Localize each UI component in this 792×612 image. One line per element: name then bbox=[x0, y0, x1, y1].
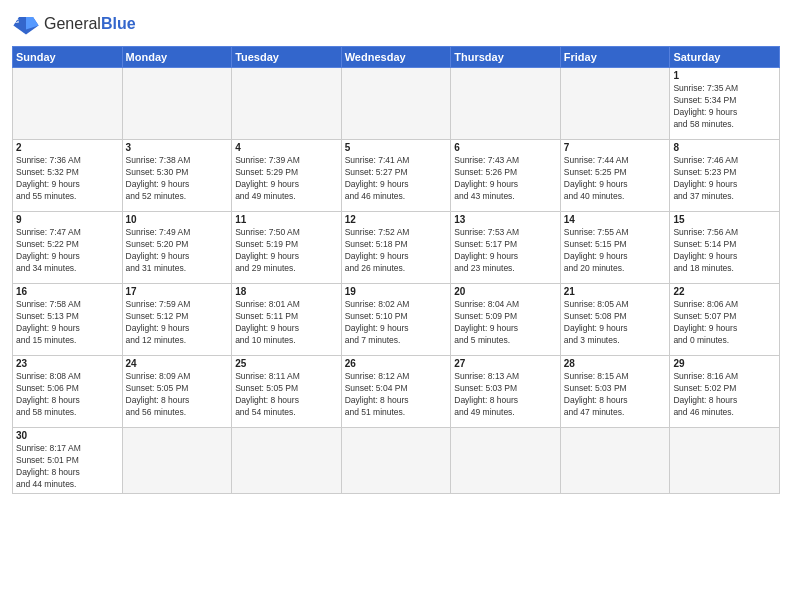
day-info: Sunrise: 7:52 AM Sunset: 5:18 PM Dayligh… bbox=[345, 227, 448, 275]
svg-text:G: G bbox=[15, 18, 19, 24]
calendar-cell bbox=[341, 428, 451, 494]
day-info: Sunrise: 7:46 AM Sunset: 5:23 PM Dayligh… bbox=[673, 155, 776, 203]
calendar-cell: 13Sunrise: 7:53 AM Sunset: 5:17 PM Dayli… bbox=[451, 212, 561, 284]
day-number: 3 bbox=[126, 142, 229, 153]
day-info: Sunrise: 8:02 AM Sunset: 5:10 PM Dayligh… bbox=[345, 299, 448, 347]
calendar-cell bbox=[122, 428, 232, 494]
calendar-week-1: 1Sunrise: 7:35 AM Sunset: 5:34 PM Daylig… bbox=[13, 68, 780, 140]
calendar-cell: 9Sunrise: 7:47 AM Sunset: 5:22 PM Daylig… bbox=[13, 212, 123, 284]
calendar-cell: 18Sunrise: 8:01 AM Sunset: 5:11 PM Dayli… bbox=[232, 284, 342, 356]
header: G GeneralBlue bbox=[12, 10, 780, 38]
calendar-cell: 21Sunrise: 8:05 AM Sunset: 5:08 PM Dayli… bbox=[560, 284, 670, 356]
calendar-cell bbox=[232, 68, 342, 140]
day-info: Sunrise: 7:50 AM Sunset: 5:19 PM Dayligh… bbox=[235, 227, 338, 275]
calendar-cell: 26Sunrise: 8:12 AM Sunset: 5:04 PM Dayli… bbox=[341, 356, 451, 428]
weekday-header-monday: Monday bbox=[122, 47, 232, 68]
calendar-cell: 2Sunrise: 7:36 AM Sunset: 5:32 PM Daylig… bbox=[13, 140, 123, 212]
calendar-cell: 27Sunrise: 8:13 AM Sunset: 5:03 PM Dayli… bbox=[451, 356, 561, 428]
calendar-cell: 12Sunrise: 7:52 AM Sunset: 5:18 PM Dayli… bbox=[341, 212, 451, 284]
calendar-week-6: 30Sunrise: 8:17 AM Sunset: 5:01 PM Dayli… bbox=[13, 428, 780, 494]
calendar-cell: 3Sunrise: 7:38 AM Sunset: 5:30 PM Daylig… bbox=[122, 140, 232, 212]
day-info: Sunrise: 7:56 AM Sunset: 5:14 PM Dayligh… bbox=[673, 227, 776, 275]
calendar-cell: 29Sunrise: 8:16 AM Sunset: 5:02 PM Dayli… bbox=[670, 356, 780, 428]
day-info: Sunrise: 7:44 AM Sunset: 5:25 PM Dayligh… bbox=[564, 155, 667, 203]
day-number: 1 bbox=[673, 70, 776, 81]
day-number: 18 bbox=[235, 286, 338, 297]
calendar-cell: 24Sunrise: 8:09 AM Sunset: 5:05 PM Dayli… bbox=[122, 356, 232, 428]
day-number: 19 bbox=[345, 286, 448, 297]
day-number: 17 bbox=[126, 286, 229, 297]
day-info: Sunrise: 8:16 AM Sunset: 5:02 PM Dayligh… bbox=[673, 371, 776, 419]
day-number: 15 bbox=[673, 214, 776, 225]
calendar-cell: 16Sunrise: 7:58 AM Sunset: 5:13 PM Dayli… bbox=[13, 284, 123, 356]
day-info: Sunrise: 7:36 AM Sunset: 5:32 PM Dayligh… bbox=[16, 155, 119, 203]
calendar-header-row: SundayMondayTuesdayWednesdayThursdayFrid… bbox=[13, 47, 780, 68]
calendar-cell bbox=[232, 428, 342, 494]
day-number: 26 bbox=[345, 358, 448, 369]
calendar-cell: 17Sunrise: 7:59 AM Sunset: 5:12 PM Dayli… bbox=[122, 284, 232, 356]
day-info: Sunrise: 7:35 AM Sunset: 5:34 PM Dayligh… bbox=[673, 83, 776, 131]
calendar-cell: 30Sunrise: 8:17 AM Sunset: 5:01 PM Dayli… bbox=[13, 428, 123, 494]
day-info: Sunrise: 8:15 AM Sunset: 5:03 PM Dayligh… bbox=[564, 371, 667, 419]
day-number: 24 bbox=[126, 358, 229, 369]
weekday-header-friday: Friday bbox=[560, 47, 670, 68]
day-number: 12 bbox=[345, 214, 448, 225]
calendar-cell: 28Sunrise: 8:15 AM Sunset: 5:03 PM Dayli… bbox=[560, 356, 670, 428]
calendar-cell bbox=[670, 428, 780, 494]
day-number: 10 bbox=[126, 214, 229, 225]
day-number: 20 bbox=[454, 286, 557, 297]
weekday-header-tuesday: Tuesday bbox=[232, 47, 342, 68]
page: G GeneralBlue SundayMondayTuesdayWednesd… bbox=[0, 0, 792, 612]
day-info: Sunrise: 8:17 AM Sunset: 5:01 PM Dayligh… bbox=[16, 443, 119, 491]
calendar-table: SundayMondayTuesdayWednesdayThursdayFrid… bbox=[12, 46, 780, 494]
calendar-cell: 7Sunrise: 7:44 AM Sunset: 5:25 PM Daylig… bbox=[560, 140, 670, 212]
day-info: Sunrise: 7:59 AM Sunset: 5:12 PM Dayligh… bbox=[126, 299, 229, 347]
day-number: 4 bbox=[235, 142, 338, 153]
day-info: Sunrise: 8:12 AM Sunset: 5:04 PM Dayligh… bbox=[345, 371, 448, 419]
day-info: Sunrise: 8:05 AM Sunset: 5:08 PM Dayligh… bbox=[564, 299, 667, 347]
calendar-cell bbox=[560, 68, 670, 140]
day-info: Sunrise: 7:38 AM Sunset: 5:30 PM Dayligh… bbox=[126, 155, 229, 203]
day-info: Sunrise: 8:04 AM Sunset: 5:09 PM Dayligh… bbox=[454, 299, 557, 347]
day-info: Sunrise: 8:13 AM Sunset: 5:03 PM Dayligh… bbox=[454, 371, 557, 419]
day-number: 29 bbox=[673, 358, 776, 369]
calendar-cell bbox=[451, 428, 561, 494]
calendar-cell bbox=[13, 68, 123, 140]
day-number: 2 bbox=[16, 142, 119, 153]
day-info: Sunrise: 7:39 AM Sunset: 5:29 PM Dayligh… bbox=[235, 155, 338, 203]
calendar-cell: 25Sunrise: 8:11 AM Sunset: 5:05 PM Dayli… bbox=[232, 356, 342, 428]
day-number: 11 bbox=[235, 214, 338, 225]
day-number: 6 bbox=[454, 142, 557, 153]
day-number: 23 bbox=[16, 358, 119, 369]
day-number: 30 bbox=[16, 430, 119, 441]
day-info: Sunrise: 8:09 AM Sunset: 5:05 PM Dayligh… bbox=[126, 371, 229, 419]
day-number: 5 bbox=[345, 142, 448, 153]
day-info: Sunrise: 7:58 AM Sunset: 5:13 PM Dayligh… bbox=[16, 299, 119, 347]
calendar-cell: 4Sunrise: 7:39 AM Sunset: 5:29 PM Daylig… bbox=[232, 140, 342, 212]
calendar-cell: 10Sunrise: 7:49 AM Sunset: 5:20 PM Dayli… bbox=[122, 212, 232, 284]
calendar-cell bbox=[341, 68, 451, 140]
calendar-week-4: 16Sunrise: 7:58 AM Sunset: 5:13 PM Dayli… bbox=[13, 284, 780, 356]
calendar-cell bbox=[560, 428, 670, 494]
day-info: Sunrise: 7:41 AM Sunset: 5:27 PM Dayligh… bbox=[345, 155, 448, 203]
day-number: 16 bbox=[16, 286, 119, 297]
day-info: Sunrise: 7:47 AM Sunset: 5:22 PM Dayligh… bbox=[16, 227, 119, 275]
day-number: 22 bbox=[673, 286, 776, 297]
day-number: 9 bbox=[16, 214, 119, 225]
logo-text: GeneralBlue bbox=[44, 15, 136, 33]
weekday-header-sunday: Sunday bbox=[13, 47, 123, 68]
calendar-cell: 11Sunrise: 7:50 AM Sunset: 5:19 PM Dayli… bbox=[232, 212, 342, 284]
day-info: Sunrise: 7:43 AM Sunset: 5:26 PM Dayligh… bbox=[454, 155, 557, 203]
day-info: Sunrise: 7:55 AM Sunset: 5:15 PM Dayligh… bbox=[564, 227, 667, 275]
calendar-cell: 15Sunrise: 7:56 AM Sunset: 5:14 PM Dayli… bbox=[670, 212, 780, 284]
day-number: 7 bbox=[564, 142, 667, 153]
day-info: Sunrise: 8:08 AM Sunset: 5:06 PM Dayligh… bbox=[16, 371, 119, 419]
day-info: Sunrise: 7:49 AM Sunset: 5:20 PM Dayligh… bbox=[126, 227, 229, 275]
day-number: 25 bbox=[235, 358, 338, 369]
weekday-header-wednesday: Wednesday bbox=[341, 47, 451, 68]
calendar-cell: 22Sunrise: 8:06 AM Sunset: 5:07 PM Dayli… bbox=[670, 284, 780, 356]
calendar-cell: 20Sunrise: 8:04 AM Sunset: 5:09 PM Dayli… bbox=[451, 284, 561, 356]
calendar-cell bbox=[122, 68, 232, 140]
calendar-cell: 1Sunrise: 7:35 AM Sunset: 5:34 PM Daylig… bbox=[670, 68, 780, 140]
day-number: 14 bbox=[564, 214, 667, 225]
